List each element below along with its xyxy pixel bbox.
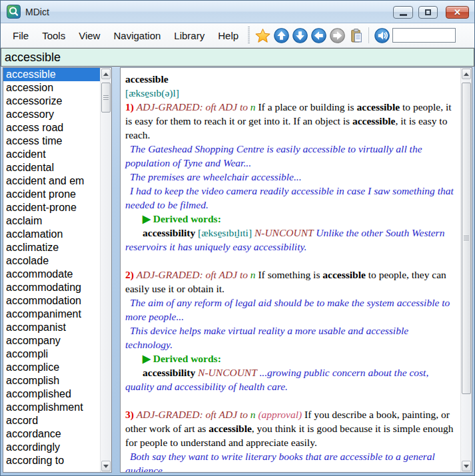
word-list-item[interactable]: accolade — [3, 254, 100, 268]
window-title: MDict — [25, 7, 393, 17]
word-list-item[interactable]: accompli — [3, 348, 100, 361]
word-list-item[interactable]: accident-prone — [3, 201, 100, 214]
minimize-icon — [400, 14, 407, 16]
word-list-item[interactable]: accident and em — [3, 174, 100, 188]
minimize-button[interactable] — [393, 6, 413, 19]
definition-paragraph: I had to keep the video camera readily a… — [125, 184, 455, 212]
mdict-window: MDict ✕ FileToolsViewNavigationLibraryHe… — [0, 0, 475, 476]
down-arrow-icon — [103, 465, 109, 468]
title-bar: MDict ✕ — [1, 1, 474, 23]
word-list-item[interactable]: access time — [3, 134, 100, 148]
definition-scrollbar[interactable] — [460, 68, 472, 472]
definition-paragraph: ▶ Derived words: — [125, 212, 455, 226]
word-list-item[interactable]: access road — [3, 121, 100, 134]
panel-splitter[interactable] — [112, 67, 120, 473]
definition-paragraph: Both say they want to write literary boo… — [125, 449, 455, 472]
toolbar-separator — [368, 27, 369, 43]
pronounce-speaker-button[interactable] — [372, 26, 391, 45]
maximize-button[interactable] — [418, 6, 438, 19]
word-list: accessibleaccessionaccessorizeaccessorya… — [3, 68, 100, 472]
word-list-item[interactable]: accomplish — [3, 374, 100, 387]
forward-button[interactable] — [328, 26, 346, 45]
menu-item-file[interactable]: File — [6, 26, 35, 45]
definition-paragraph: This device helps make virtual reality a… — [125, 324, 455, 352]
up-arrow-icon — [103, 73, 109, 76]
definition-paragraph: The premises are wheelchair accessible..… — [125, 170, 455, 184]
word-list-item[interactable]: according to — [3, 454, 100, 467]
menu-item-tools[interactable]: Tools — [35, 26, 72, 45]
favorites-star-button[interactable] — [253, 26, 272, 45]
scroll-up-button[interactable] — [272, 26, 290, 45]
word-list-item[interactable]: accommodating — [3, 281, 100, 294]
definition-paragraph: [ækse̱sɪb(ə)l] — [125, 86, 455, 100]
word-list-item[interactable]: accompaniment — [3, 308, 100, 321]
word-list-item[interactable]: accommodation — [3, 294, 100, 308]
scrollbar-up-button[interactable] — [462, 69, 471, 79]
maximize-icon — [425, 9, 431, 15]
word-list-item[interactable]: accord — [3, 414, 100, 427]
search-input[interactable]: accessible — [1, 48, 474, 67]
window-controls: ✕ — [393, 6, 469, 19]
definition-paragraph: 1) ADJ-GRADED: oft ADJ to n If a place o… — [125, 100, 455, 142]
word-list-item[interactable]: accordance — [3, 427, 100, 441]
definition-paragraph — [125, 254, 455, 268]
word-list-item[interactable]: accidental — [3, 161, 100, 174]
definition-paragraph: ▶ Derived words: — [125, 352, 455, 365]
word-list-item[interactable]: accomplice — [3, 361, 100, 374]
definition-paragraph: accessibility N-UNCOUNT ...growing publi… — [125, 365, 455, 393]
search-bar-row: accessible — [1, 48, 474, 67]
back-button[interactable] — [309, 26, 328, 45]
word-list-scrollbar[interactable] — [100, 68, 111, 472]
scrollbar-thumb[interactable] — [462, 83, 471, 394]
menu-item-library[interactable]: Library — [167, 26, 211, 45]
scroll-down-button[interactable] — [290, 26, 309, 45]
word-list-item[interactable]: accomplishment — [3, 401, 100, 414]
toolbar — [253, 26, 474, 45]
word-list-item[interactable]: acclaim — [3, 214, 100, 228]
thumb-grip-icon — [103, 95, 109, 101]
definition-paragraph: accessibility [ækse̱sɪbɪ̱lɪti] N-UNCOUNT… — [125, 226, 455, 254]
thumb-grip-icon — [464, 236, 469, 241]
toolbar-grip[interactable] — [248, 27, 250, 44]
menu-bar: FileToolsViewNavigationLibraryHelp — [6, 26, 245, 45]
word-list-item[interactable]: acclamation — [3, 228, 100, 241]
word-list-item[interactable]: accessible — [3, 68, 100, 81]
word-list-item[interactable]: accommodate — [3, 268, 100, 281]
menu-toolbar-row: FileToolsViewNavigationLibraryHelp — [1, 23, 474, 48]
word-list-item[interactable]: accomplished — [3, 387, 100, 401]
menu-item-view[interactable]: View — [72, 26, 107, 45]
word-list-item[interactable]: accession — [3, 81, 100, 95]
definition-paragraph: accessible — [125, 72, 455, 86]
up-arrow-icon — [464, 73, 469, 76]
close-icon: ✕ — [454, 8, 461, 17]
down-arrow-icon — [464, 465, 469, 468]
word-list-item[interactable]: accompanist — [3, 321, 100, 334]
definition-paragraph: The aim of any reform of legal aid shoul… — [125, 296, 455, 324]
definition-body: accessible[ækse̱sɪb(ə)l]1) ADJ-GRADED: o… — [121, 68, 460, 472]
definition-panel: accessible[ækse̱sɪb(ə)l]1) ADJ-GRADED: o… — [120, 67, 472, 473]
paste-clipboard-button[interactable] — [346, 26, 365, 45]
word-list-panel: accessibleaccessionaccessorizeaccessorya… — [3, 67, 112, 473]
word-list-item[interactable]: accident prone — [3, 188, 100, 201]
scrollbar-down-button[interactable] — [462, 461, 471, 471]
close-button[interactable]: ✕ — [446, 6, 469, 19]
definition-paragraph: 2) ADJ-GRADED: oft ADJ to n If something… — [125, 268, 455, 296]
menu-item-navigation[interactable]: Navigation — [107, 26, 167, 45]
word-list-item[interactable]: accident — [3, 148, 100, 161]
word-list-item[interactable]: accordingly — [3, 441, 100, 454]
definition-paragraph — [125, 393, 455, 407]
toolbar-search-input[interactable] — [392, 28, 456, 43]
main-area: accessibleaccessionaccessorizeaccessorya… — [1, 67, 474, 475]
scrollbar-thumb[interactable] — [101, 83, 111, 113]
definition-paragraph: 3) ADJ-GRADED: oft ADJ to n (approval) I… — [125, 407, 455, 449]
word-list-item[interactable]: accessorize — [3, 95, 100, 108]
scrollbar-up-button[interactable] — [101, 69, 111, 79]
definition-paragraph: The Gateshead Shopping Centre is easily … — [125, 142, 455, 170]
word-list-item[interactable]: accessory — [3, 108, 100, 121]
mdict-app-icon — [7, 5, 21, 19]
word-list-item[interactable]: accompany — [3, 334, 100, 348]
scrollbar-down-button[interactable] — [101, 461, 111, 471]
word-list-item[interactable]: acclimatize — [3, 241, 100, 254]
menu-item-help[interactable]: Help — [211, 26, 245, 45]
